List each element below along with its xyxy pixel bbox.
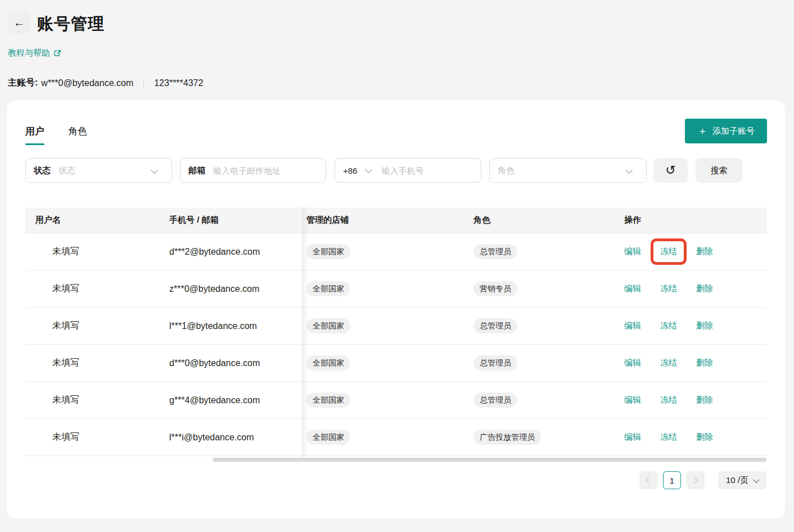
help-link-label: 教程与帮助 [8, 48, 50, 58]
role-tag: 总管理员 [473, 318, 517, 333]
cell-email: l***i@bytedance.com [160, 432, 302, 443]
edit-link[interactable]: 编辑 [624, 395, 641, 405]
table-row: 未填写 d***2@bytedance.com 全部国家 总管理员 编辑 冻结 … [25, 233, 767, 270]
horizontal-scrollbar-thumb[interactable] [213, 458, 766, 462]
role-tag: 广告投放管理员 [473, 430, 541, 444]
edit-link[interactable]: 编辑 [624, 283, 641, 294]
phone-filter-field[interactable]: +86 [335, 158, 481, 183]
page-size-select[interactable]: 10 /页 [718, 471, 766, 489]
delete-link[interactable]: 删除 [696, 283, 713, 294]
column-header-shops: 管理的店铺 [302, 215, 467, 226]
email-input[interactable] [213, 166, 318, 175]
help-link[interactable]: 教程与帮助 [8, 48, 61, 58]
next-page-button[interactable] [687, 471, 705, 489]
delete-link[interactable]: 删除 [696, 395, 713, 405]
chevron-right-icon [692, 477, 698, 483]
freeze-link[interactable]: 冻结 [660, 432, 677, 443]
filter-bar: 状态 状态 邮箱 +86 角色 ↺ 搜索 [25, 158, 742, 183]
chevron-down-icon [151, 166, 158, 174]
search-button[interactable]: 搜索 [696, 158, 742, 183]
role-tag: 营销专员 [473, 281, 517, 296]
tab-users[interactable]: 用户 [25, 125, 44, 145]
freeze-link[interactable]: 冻结 [660, 321, 677, 331]
shops-tag: 全部国家 [306, 393, 350, 407]
country-code-select[interactable]: +86 [343, 166, 357, 175]
email-filter-field[interactable]: 邮箱 [180, 158, 326, 183]
table-row: 未填写 g***4@bytedance.com 全部国家 总管理员 编辑 冻结 … [25, 382, 767, 419]
delete-link[interactable]: 删除 [696, 358, 713, 368]
shops-tag: 全部国家 [306, 430, 350, 444]
phone-input[interactable] [381, 166, 473, 175]
main-account-label: 主账号: [8, 77, 38, 89]
cell-email: z***0@bytedance.com [160, 284, 302, 294]
current-page-button[interactable]: 1 [663, 471, 681, 489]
reset-button[interactable]: ↺ [653, 158, 688, 183]
shops-tag: 全部国家 [306, 355, 350, 370]
table-row: 未填写 d***0@bytedance.com 全部国家 总管理员 编辑 冻结 … [25, 345, 767, 382]
edit-link[interactable]: 编辑 [624, 432, 641, 443]
role-select[interactable]: 角色 [489, 158, 647, 183]
main-account-phone: 123****4372 [154, 78, 203, 88]
chevron-down-icon [366, 166, 373, 173]
status-label: 状态 [34, 165, 51, 176]
chevron-left-icon [646, 477, 652, 483]
column-header-actions: 操作 [613, 215, 767, 226]
cell-email: d***0@bytedance.com [160, 358, 302, 368]
cell-email: g***4@bytedance.com [160, 395, 302, 405]
role-tag: 总管理员 [473, 355, 517, 370]
main-account-email: w***0@bytedance.com [41, 78, 133, 88]
cell-username: 未填写 [25, 283, 160, 295]
email-label: 邮箱 [188, 165, 205, 176]
frozen-column-shadow [303, 208, 309, 457]
page-title: 账号管理 [37, 13, 105, 35]
edit-link[interactable]: 编辑 [624, 358, 641, 368]
role-tag: 总管理员 [473, 244, 517, 259]
table-header: 用户名 手机号 / 邮箱 管理的店铺 角色 操作 [25, 208, 767, 233]
external-link-icon [53, 49, 61, 57]
table-row: 未填写 l***1@bytedance.com 全部国家 总管理员 编辑 冻结 … [25, 308, 767, 345]
shops-tag: 全部国家 [306, 281, 350, 296]
pagination: 1 10 /页 [639, 471, 766, 489]
table-row: 未填写 z***0@bytedance.com 全部国家 营销专员 编辑 冻结 … [25, 270, 767, 308]
page-size-value: 10 /页 [726, 475, 748, 486]
users-table: 用户名 手机号 / 邮箱 管理的店铺 角色 操作 未填写 d***2@byted… [25, 208, 767, 456]
tab-bar: 用户 角色 [25, 125, 87, 145]
chevron-down-icon [625, 166, 633, 174]
delete-link[interactable]: 删除 [696, 432, 713, 443]
column-header-role: 角色 [467, 215, 613, 226]
back-arrow-icon: ← [13, 16, 25, 29]
account-management-card: 用户 角色 ＋ 添加子账号 状态 状态 邮箱 +86 角色 ↺ 搜索 [7, 100, 785, 519]
refresh-icon: ↺ [665, 163, 675, 178]
divider [143, 79, 144, 88]
freeze-link[interactable]: 冻结 [660, 358, 677, 368]
shops-tag: 全部国家 [306, 318, 350, 333]
back-button[interactable]: ← [8, 11, 30, 34]
previous-page-button[interactable] [639, 471, 657, 489]
table-row: 未填写 l***i@bytedance.com 全部国家 广告投放管理员 编辑 … [25, 419, 767, 456]
cell-username: 未填写 [25, 394, 160, 406]
delete-link[interactable]: 删除 [696, 246, 713, 257]
add-subaccount-button[interactable]: ＋ 添加子账号 [685, 119, 767, 143]
edit-link[interactable]: 编辑 [624, 246, 641, 257]
delete-link[interactable]: 删除 [696, 321, 713, 331]
plus-icon: ＋ [697, 126, 707, 136]
main-account-info: 主账号: w***0@bytedance.com 123****4372 [8, 77, 203, 89]
column-header-phone-email: 手机号 / 邮箱 [160, 215, 302, 226]
cell-username: 未填写 [25, 320, 160, 332]
cell-username: 未填写 [25, 357, 160, 369]
status-placeholder: 状态 [58, 165, 75, 176]
column-header-username: 用户名 [25, 215, 160, 226]
cell-username: 未填写 [25, 431, 160, 443]
freeze-link[interactable]: 冻结 [660, 283, 677, 294]
chevron-down-icon [753, 476, 759, 483]
status-select[interactable]: 状态 状态 [25, 158, 172, 183]
freeze-link[interactable]: 冻结 [660, 246, 677, 257]
cell-username: 未填写 [25, 246, 160, 258]
cell-email: d***2@bytedance.com [160, 247, 302, 257]
add-subaccount-label: 添加子账号 [712, 126, 755, 137]
freeze-link[interactable]: 冻结 [660, 395, 677, 405]
edit-link[interactable]: 编辑 [624, 321, 641, 331]
tab-roles[interactable]: 角色 [68, 125, 87, 145]
role-placeholder: 角色 [498, 165, 515, 176]
freeze-link-label: 冻结 [660, 246, 677, 256]
